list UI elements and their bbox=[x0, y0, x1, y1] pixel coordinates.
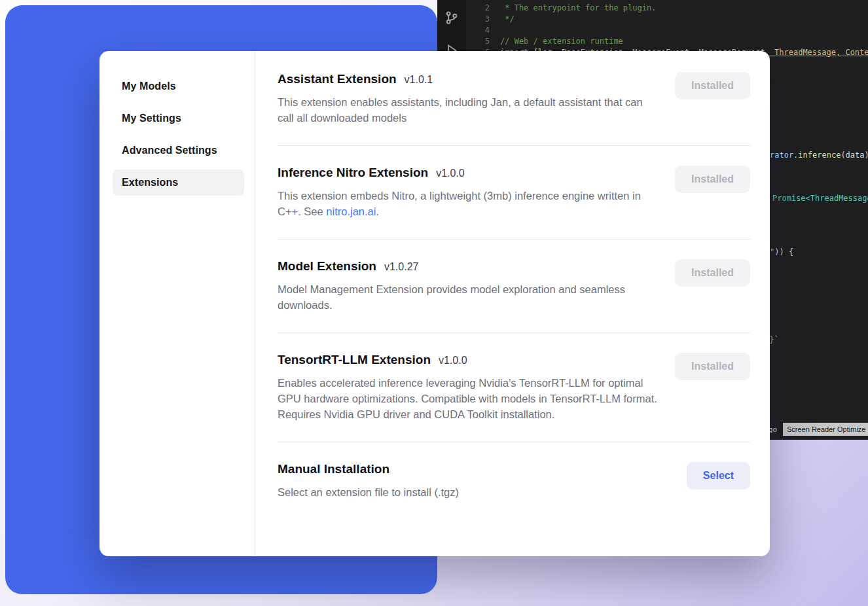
extension-description: This extension embeds Nitro, a lightweig… bbox=[278, 188, 660, 219]
code-fragment: rator.inference(data)); bbox=[770, 151, 868, 160]
screen-reader-notice: Screen Reader Optimize bbox=[783, 423, 868, 436]
extensions-list: Assistant Extension v1.0.1 This extensio… bbox=[255, 51, 770, 556]
extension-version: v1.0.1 bbox=[405, 74, 433, 86]
code-line: 5 // Web / extension runtime bbox=[466, 36, 868, 47]
code-text: * The entrypoint for the plugin. bbox=[500, 3, 656, 14]
extension-row-inference-nitro: Inference Nitro Extension v1.0.0 This ex… bbox=[278, 146, 750, 240]
extension-name: Assistant Extension bbox=[278, 72, 397, 86]
code-fragment: Promise<ThreadMessage> bbox=[772, 194, 868, 203]
manual-installation-row: Manual Installation Select an extension … bbox=[278, 442, 750, 520]
extension-name: TensortRT-LLM Extension bbox=[278, 353, 431, 367]
extension-version: v1.0.27 bbox=[384, 261, 418, 273]
manual-installation-title: Manual Installation bbox=[278, 462, 389, 476]
extension-version: v1.0.0 bbox=[439, 355, 467, 366]
code-text: // Web / extension runtime bbox=[500, 36, 623, 47]
line-number: 5 bbox=[466, 36, 490, 47]
extension-version: v1.0.0 bbox=[436, 168, 465, 179]
app-window: 2 * The entrypoint for the plugin. 3 */ … bbox=[0, 0, 868, 606]
line-number: 2 bbox=[466, 3, 490, 14]
line-number: 3 bbox=[466, 14, 490, 25]
extension-description: This extension enables assistants, inclu… bbox=[278, 94, 660, 126]
settings-sidebar: My Models My Settings Advanced Settings … bbox=[99, 51, 255, 556]
extension-description: Model Management Extension provides mode… bbox=[278, 281, 660, 313]
nitro-jan-ai-link[interactable]: nitro.jan.ai bbox=[326, 205, 376, 217]
installed-button[interactable]: Installed bbox=[675, 259, 750, 287]
settings-modal: My Models My Settings Advanced Settings … bbox=[99, 51, 770, 556]
installed-button[interactable]: Installed bbox=[675, 72, 750, 99]
installed-button[interactable]: Installed bbox=[675, 353, 750, 380]
code-line: 2 * The entrypoint for the plugin. bbox=[466, 3, 868, 14]
code-lines: 2 * The entrypoint for the plugin. 3 */ … bbox=[466, 3, 868, 58]
select-file-button[interactable]: Select bbox=[687, 462, 750, 490]
extension-row-assistant: Assistant Extension v1.0.1 This extensio… bbox=[278, 52, 750, 146]
extension-row-tensorrt-llm: TensortRT-LLM Extension v1.0.0 Enables a… bbox=[278, 333, 750, 442]
line-number: 4 bbox=[466, 25, 490, 36]
sidebar-item-advanced-settings[interactable]: Advanced Settings bbox=[113, 137, 244, 164]
installed-button[interactable]: Installed bbox=[675, 166, 750, 193]
code-fragment: ")) { bbox=[770, 247, 793, 257]
manual-installation-description: Select an extension file to install (.tg… bbox=[278, 484, 459, 500]
sidebar-item-my-models[interactable]: My Models bbox=[113, 73, 244, 99]
extension-name: Model Extension bbox=[278, 259, 376, 274]
extension-row-model: Model Extension v1.0.27 Model Management… bbox=[278, 240, 750, 333]
extension-description: Enables accelerated inference leveraging… bbox=[278, 375, 660, 422]
extension-name: Inference Nitro Extension bbox=[278, 166, 428, 180]
code-line: 3 */ bbox=[466, 14, 868, 25]
sidebar-item-my-settings[interactable]: My Settings bbox=[113, 105, 244, 132]
source-control-icon[interactable] bbox=[444, 10, 459, 27]
code-text: */ bbox=[500, 14, 515, 25]
code-line: 4 bbox=[466, 25, 868, 36]
sidebar-item-extensions[interactable]: Extensions bbox=[113, 169, 244, 196]
